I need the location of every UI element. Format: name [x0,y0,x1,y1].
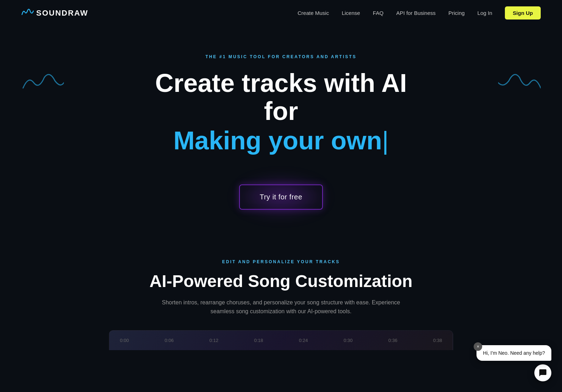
nav-faq[interactable]: FAQ [373,10,384,16]
timeline-markers: 0:00 0:06 0:12 0:18 0:24 0:30 0:36 0:38 [120,338,442,343]
timeline-container: 0:00 0:06 0:12 0:18 0:24 0:30 0:36 0:38 [109,330,453,350]
section2-title: AI-Powered Song Customization [149,271,412,291]
marker-0: 0:00 [120,338,129,343]
cta-wrapper: Try it for free [239,184,323,210]
nav-license[interactable]: License [342,10,360,16]
hero-section: THE #1 MUSIC TOOL FOR CREATORS AND ARTIS… [0,26,562,231]
chat-speech-icon [539,369,547,377]
logo-icon [21,7,34,20]
section2-description: Shorten intros, rearrange choruses, and … [160,298,402,316]
nav-pricing[interactable]: Pricing [448,10,465,16]
section2-subtitle: EDIT AND PERSONALIZE YOUR TRACKS [222,259,340,264]
nav-create-music[interactable]: Create Music [298,10,329,16]
hero-title-line1: Create tracks with AI for [139,69,423,125]
hero-title-line2: Making your own| [173,125,389,156]
marker-2: 0:12 [209,338,218,343]
signup-button[interactable]: Sign Up [505,6,541,20]
marker-1: 0:06 [165,338,173,343]
marker-3: 0:18 [254,338,263,343]
hero-subtitle: THE #1 MUSIC TOOL FOR CREATORS AND ARTIS… [205,54,357,59]
nav-api-for-business[interactable]: API for Business [396,10,436,16]
marker-6: 0:36 [389,338,397,343]
cursor: | [382,126,389,155]
chat-bubble-wrapper: × Hi, I'm Neo. Need any help? [476,345,551,361]
customization-section: EDIT AND PERSONALIZE YOUR TRACKS AI-Powe… [0,231,562,361]
logo-text: SOUNDRAW [36,9,88,18]
marker-7: 0:38 [433,338,442,343]
nav-links: Create Music License FAQ API for Busines… [298,6,541,20]
marker-4: 0:24 [299,338,308,343]
wave-right-decoration [498,68,541,97]
chat-message: Hi, I'm Neo. Need any help? [476,345,551,361]
marker-5: 0:30 [343,338,352,343]
chat-widget: × Hi, I'm Neo. Need any help? [476,345,551,381]
logo[interactable]: SOUNDRAW [21,7,88,20]
navbar: SOUNDRAW Create Music License FAQ API fo… [0,0,562,26]
chat-icon-button[interactable] [534,364,551,381]
nav-login[interactable]: Log In [478,10,492,16]
wave-left-decoration [21,68,64,97]
try-free-button[interactable]: Try it for free [239,184,323,210]
